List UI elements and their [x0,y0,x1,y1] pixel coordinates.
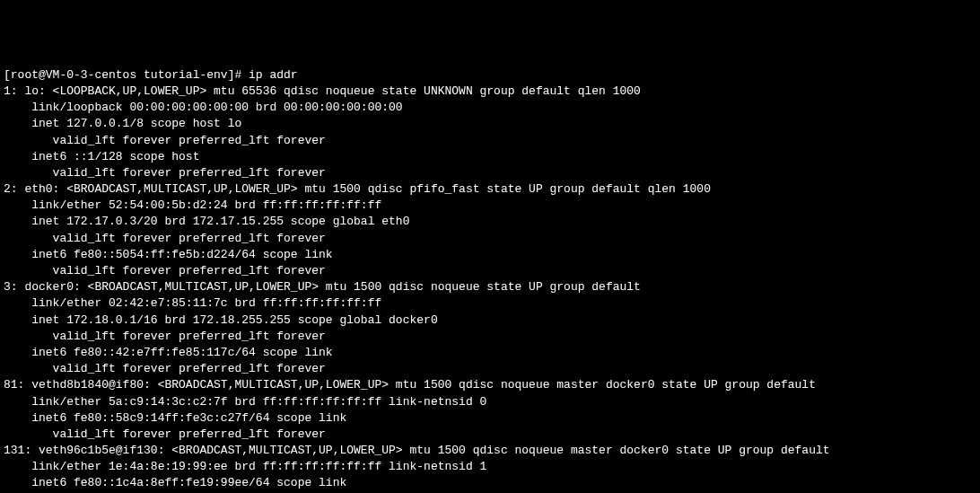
interface-detail-line: valid_lft forever preferred_lft forever [4,263,976,279]
interface-detail-line: inet 172.18.0.1/16 brd 172.18.255.255 sc… [4,313,976,329]
interface-detail-line: link/ether 5a:c9:14:3c:c2:7f brd ff:ff:f… [4,394,976,410]
interface-header: 2: eth0: <BROADCAST,MULTICAST,UP,LOWER_U… [4,181,976,198]
terminal-output[interactable]: [root@VM-0-3-centos tutorial-env]# ip ad… [4,67,976,493]
interface-detail-line: inet6 fe80::58c9:14ff:fe3c:c27f/64 scope… [4,410,976,427]
interface-header: 81: vethd8b1840@if80: <BROADCAST,MULTICA… [4,377,976,393]
interface-detail-line: link/ether 1e:4a:8e:19:99:ee brd ff:ff:f… [4,459,976,475]
interface-detail-line: link/ether 02:42:e7:85:11:7c brd ff:ff:f… [4,295,976,312]
interface-detail-line: inet 127.0.0.1/8 scope host lo [4,116,976,132]
interface-detail-line: valid_lft forever preferred_lft forever [4,165,976,181]
prompt-line: [root@VM-0-3-centos tutorial-env]# ip ad… [4,67,976,84]
interface-header: 1: lo: <LOOPBACK,UP,LOWER_UP> mtu 65536 … [4,84,976,100]
interface-detail-line: valid_lft forever preferred_lft forever [4,329,976,345]
command-text: ip addr [241,68,297,82]
interface-detail-line: inet 172.17.0.3/20 brd 172.17.15.255 sco… [4,214,976,230]
interface-detail-line: link/ether 52:54:00:5b:d2:24 brd ff:ff:f… [4,198,976,214]
interface-detail-line: inet6 fe80::42:e7ff:fe85:117c/64 scope l… [4,345,976,361]
interface-detail-line: valid_lft forever preferred_lft forever [4,427,976,443]
interface-detail-line: valid_lft forever preferred_lft forever [4,231,976,247]
interface-header: 131: veth96c1b5e@if130: <BROADCAST,MULTI… [4,443,976,459]
interface-detail-line: valid_lft forever preferred_lft forever [4,133,976,149]
interface-detail-line: valid_lft forever preferred_lft forever [4,361,976,377]
interface-detail-line: inet6 fe80::1c4a:8eff:fe19:99ee/64 scope… [4,475,976,491]
interface-detail-line: inet6 fe80::5054:ff:fe5b:d224/64 scope l… [4,247,976,263]
interface-header: 3: docker0: <BROADCAST,MULTICAST,UP,LOWE… [4,279,976,295]
interface-detail-line: link/loopback 00:00:00:00:00:00 brd 00:0… [4,100,976,116]
interface-detail-line: inet6 ::1/128 scope host [4,149,976,165]
shell-prompt: [root@VM-0-3-centos tutorial-env]# [4,68,241,82]
